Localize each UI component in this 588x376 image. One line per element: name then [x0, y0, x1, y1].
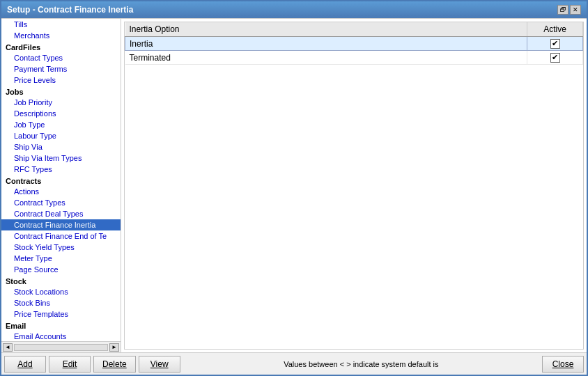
window-controls: 🗗 ✕	[557, 5, 581, 15]
table-row[interactable]: Inertia ✔	[125, 37, 583, 51]
sidebar-item-price-templates[interactable]: Price Templates	[1, 308, 121, 320]
view-button[interactable]: View	[139, 356, 180, 373]
sidebar-scroll[interactable]: Tills Merchants CardFiles Contact Types …	[1, 19, 121, 341]
cell-active-2[interactable]: ✔	[527, 51, 583, 65]
sidebar-item-payment-terms[interactable]: Payment Terms	[1, 63, 121, 75]
add-button[interactable]: Add	[4, 356, 46, 373]
scroll-right-arrow[interactable]: ►	[109, 343, 119, 352]
sidebar-category-cardfiles: CardFiles	[1, 41, 121, 52]
sidebar-item-contract-finance-end[interactable]: Contract Finance End of Te	[1, 230, 121, 242]
sidebar-item-price-levels[interactable]: Price Levels	[1, 75, 121, 86]
sidebar-category-jobs: Jobs	[1, 86, 121, 97]
main-window: Setup - Contract Finance Inertia 🗗 ✕ Til…	[0, 0, 588, 376]
sidebar-item-merchants[interactable]: Merchants	[1, 30, 121, 41]
sidebar-item-stock-locations[interactable]: Stock Locations	[1, 286, 121, 297]
sidebar-item-ship-via-item-types[interactable]: Ship Via Item Types	[1, 152, 121, 164]
sidebar-item-ship-via[interactable]: Ship Via	[1, 141, 121, 152]
sidebar-item-stock-yield-types[interactable]: Stock Yield Types	[1, 242, 121, 253]
restore-button[interactable]: 🗗	[557, 5, 568, 15]
sidebar-category-stock: Stock	[1, 275, 121, 286]
scroll-left-arrow[interactable]: ◄	[3, 343, 13, 352]
sidebar-item-descriptions[interactable]: Descriptions	[1, 108, 121, 119]
sidebar-item-actions[interactable]: Actions	[1, 186, 121, 197]
sidebar-item-job-type[interactable]: Job Type	[1, 119, 121, 130]
col-header-active: Active	[527, 22, 583, 37]
close-button-footer[interactable]: Close	[542, 356, 584, 373]
sidebar: Tills Merchants CardFiles Contact Types …	[1, 19, 121, 352]
edit-button[interactable]: Edit	[49, 356, 91, 373]
sidebar-item-tills[interactable]: Tills	[1, 19, 121, 30]
window-title: Setup - Contract Finance Inertia	[7, 5, 133, 15]
sidebar-item-page-source[interactable]: Page Source	[1, 264, 121, 275]
col-header-inertia-option: Inertia Option	[125, 22, 527, 37]
sidebar-item-email-accounts[interactable]: Email Accounts	[1, 331, 121, 341]
cell-terminated: Terminated	[125, 51, 527, 65]
sidebar-item-contract-deal-types[interactable]: Contract Deal Types	[1, 208, 121, 219]
delete-button[interactable]: Delete	[93, 356, 136, 373]
checkbox-terminated[interactable]: ✔	[550, 53, 560, 63]
title-bar: Setup - Contract Finance Inertia 🗗 ✕	[1, 1, 587, 18]
footer-bar: Add Edit Delete View Values between < > …	[1, 352, 587, 375]
inertia-table: Inertia Option Active Inertia ✔	[125, 22, 583, 65]
sidebar-item-meter-type[interactable]: Meter Type	[1, 253, 121, 264]
content-area: Tills Merchants CardFiles Contact Types …	[1, 18, 587, 352]
sidebar-item-stock-bins[interactable]: Stock Bins	[1, 297, 121, 308]
cell-inertia-option: Inertia	[125, 37, 527, 51]
main-area: Inertia Option Active Inertia ✔	[121, 19, 587, 352]
sidebar-category-contracts: Contracts	[1, 175, 121, 186]
sidebar-item-labour-type[interactable]: Labour Type	[1, 130, 121, 141]
sidebar-item-contact-types[interactable]: Contact Types	[1, 52, 121, 63]
cell-active-1[interactable]: ✔	[527, 37, 583, 51]
sidebar-item-rfc-types[interactable]: RFC Types	[1, 164, 121, 175]
sidebar-item-contract-finance-inertia[interactable]: Contract Finance Inertia	[1, 219, 121, 230]
data-table[interactable]: Inertia Option Active Inertia ✔	[124, 22, 584, 350]
table-row[interactable]: Terminated ✔	[125, 51, 583, 65]
sidebar-horizontal-scroll: ◄ ►	[1, 341, 121, 352]
sidebar-item-contract-types[interactable]: Contract Types	[1, 197, 121, 208]
footer-info-text: Values between < > indicate system defau…	[183, 360, 539, 368]
sidebar-item-job-priority[interactable]: Job Priority	[1, 97, 121, 108]
checkbox-inertia[interactable]: ✔	[550, 39, 560, 49]
sidebar-category-email: Email	[1, 320, 121, 331]
close-button[interactable]: ✕	[570, 5, 581, 15]
